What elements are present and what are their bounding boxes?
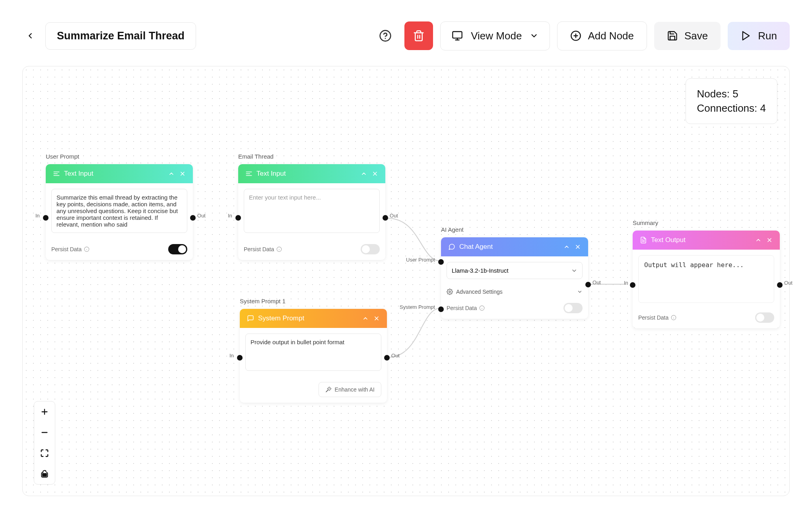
chevron-down-icon: [571, 268, 577, 274]
port-in-label: In: [229, 353, 234, 359]
port-in-label: In: [228, 213, 232, 219]
port-user-prompt-label: User Prompt: [406, 257, 435, 263]
node-header-label: Text Input: [256, 170, 286, 178]
zoom-controls: [34, 401, 55, 485]
output-display: Output will appear here...: [638, 255, 774, 303]
port-in[interactable]: [237, 355, 243, 361]
node-title: Email Thread: [238, 153, 274, 160]
fit-view-button[interactable]: [34, 443, 55, 463]
port-user-prompt[interactable]: [438, 259, 444, 265]
port-out[interactable]: [383, 215, 388, 221]
minus-icon: [40, 428, 49, 437]
port-out[interactable]: [190, 215, 196, 221]
connections-count: 4: [760, 102, 766, 114]
back-button[interactable]: [22, 28, 38, 44]
model-select[interactable]: Llama-3.2-1b-Instruct: [447, 262, 583, 279]
play-icon: [740, 30, 752, 41]
close-icon[interactable]: [373, 315, 380, 322]
node-header[interactable]: System Prompt: [240, 309, 387, 328]
chevron-left-icon: [26, 31, 35, 40]
plus-circle-icon: [570, 30, 581, 41]
trash-icon: [413, 30, 425, 42]
node-title: System Prompt 1: [240, 298, 286, 304]
model-value: Llama-3.2-1b-Instruct: [452, 267, 509, 274]
save-button[interactable]: Save: [654, 22, 721, 50]
port-out-label: Out: [197, 213, 206, 219]
adv-label: Advanced Settings: [456, 289, 503, 295]
advanced-settings[interactable]: Advanced Settings: [441, 285, 588, 299]
node-email-thread[interactable]: Email Thread Text Input Persist Data In …: [238, 164, 385, 260]
chevron-up-icon[interactable]: [168, 171, 175, 177]
wand-icon: [325, 386, 332, 393]
zoom-in-button[interactable]: [34, 401, 55, 422]
chevron-up-icon[interactable]: [755, 237, 761, 243]
chat-icon: [448, 243, 455, 250]
persist-label: Persist Data: [447, 305, 477, 311]
system-prompt-textarea[interactable]: [245, 333, 381, 371]
node-title: Summary: [633, 219, 658, 226]
node-title: AI Agent: [441, 226, 464, 233]
persist-label: Persist Data: [638, 314, 668, 321]
user-prompt-textarea[interactable]: [51, 189, 187, 233]
nodes-count: 5: [732, 88, 738, 100]
unlock-icon: [41, 470, 49, 478]
email-thread-textarea[interactable]: [244, 189, 380, 233]
port-out[interactable]: [384, 355, 390, 361]
node-header[interactable]: Chat Agent: [441, 237, 588, 256]
chevron-up-icon[interactable]: [362, 315, 369, 322]
node-header-label: Chat Agent: [459, 243, 493, 251]
node-header[interactable]: Text Output: [633, 231, 780, 250]
port-in[interactable]: [630, 282, 635, 288]
port-out[interactable]: [585, 282, 591, 287]
svg-marker-10: [743, 32, 749, 40]
stats-box: Nodes: 5 Connections: 4: [686, 78, 777, 124]
port-system-prompt-label: System Prompt: [400, 304, 435, 310]
chevron-up-icon[interactable]: [361, 171, 367, 177]
port-in[interactable]: [43, 215, 49, 221]
help-button[interactable]: [373, 24, 397, 48]
persist-toggle[interactable]: [563, 303, 583, 313]
delete-button[interactable]: [404, 21, 433, 50]
run-button[interactable]: Run: [728, 22, 790, 50]
port-in[interactable]: [235, 215, 241, 221]
node-ai-agent[interactable]: AI Agent Chat Agent Llama-3.2-1b-Instruc…: [441, 237, 588, 319]
lock-button[interactable]: [34, 463, 55, 484]
node-title: User Prompt: [46, 153, 79, 160]
chevron-down-icon: [530, 31, 538, 40]
close-icon[interactable]: [179, 171, 186, 177]
node-system-prompt[interactable]: System Prompt 1 System Prompt Enhance wi…: [240, 309, 387, 403]
node-header-label: System Prompt: [258, 314, 304, 322]
port-out-label: Out: [391, 353, 400, 359]
chevron-up-icon[interactable]: [563, 244, 570, 250]
run-label: Run: [758, 30, 777, 42]
text-icon: [245, 170, 253, 177]
node-header[interactable]: Text Input: [46, 164, 193, 183]
help-icon: [379, 29, 392, 42]
close-icon[interactable]: [766, 237, 773, 243]
info-icon: [671, 315, 676, 320]
close-icon[interactable]: [372, 171, 378, 177]
svg-point-35: [449, 291, 451, 293]
workflow-title[interactable]: Summarize Email Thread: [45, 22, 196, 50]
save-icon: [667, 30, 678, 41]
persist-toggle[interactable]: [755, 312, 774, 323]
persist-toggle[interactable]: [361, 244, 380, 254]
node-header-label: Text Output: [651, 236, 686, 244]
view-mode-dropdown[interactable]: View Mode: [440, 21, 550, 50]
chevron-down-icon: [577, 289, 583, 295]
zoom-out-button[interactable]: [34, 422, 55, 443]
port-system-prompt[interactable]: [438, 306, 444, 312]
workflow-canvas[interactable]: Nodes: 5 Connections: 4 User Prompt Text…: [22, 66, 790, 496]
svg-rect-4: [453, 32, 462, 38]
close-icon[interactable]: [575, 244, 581, 250]
persist-toggle[interactable]: [168, 244, 187, 254]
message-icon: [247, 315, 254, 322]
monitor-icon: [452, 30, 463, 41]
node-user-prompt[interactable]: User Prompt Text Input Persist Data In O…: [46, 164, 193, 260]
node-summary[interactable]: Summary Text Output Output will appear h…: [633, 231, 780, 328]
add-node-button[interactable]: Add Node: [557, 21, 647, 50]
port-out[interactable]: [777, 282, 783, 288]
enhance-ai-button[interactable]: Enhance with AI: [319, 382, 381, 397]
info-icon: [276, 246, 282, 252]
node-header[interactable]: Text Input: [238, 164, 385, 183]
